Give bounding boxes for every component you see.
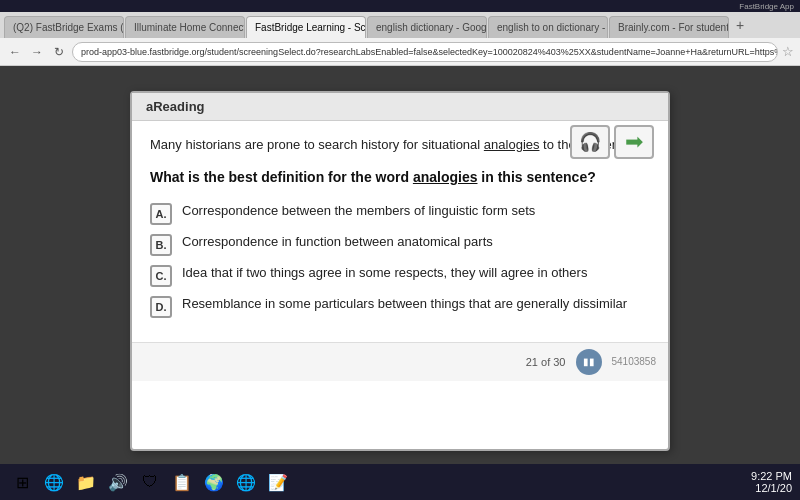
passage-word: analogies xyxy=(484,137,540,152)
time-display: 9:22 PM xyxy=(751,470,792,482)
taskbar-icon-chrome[interactable]: 🌍 xyxy=(200,468,228,496)
tab-2-label: Illuminate Home Connection xyxy=(134,22,245,33)
audio-icon: 🎧 xyxy=(579,131,601,153)
tab-3[interactable]: FastBridge Learning - Screening... ✕ xyxy=(246,16,366,38)
choice-label-c: C. xyxy=(150,265,172,287)
audio-button[interactable]: 🎧 xyxy=(570,125,610,159)
taskbar: ⊞ 🌐 📁 🔊 🛡 📋 🌍 🌐 📝 9:22 PM 12/1/20 xyxy=(0,464,800,500)
card-controls: 🎧 ➡ xyxy=(570,125,654,159)
back-button[interactable]: ← xyxy=(6,43,24,61)
choice-item-b[interactable]: B. Correspondence in function between an… xyxy=(150,233,650,256)
question-suffix: in this sentence? xyxy=(477,169,595,185)
tab-6-label: Brainly.com - For students. By s... xyxy=(618,22,729,33)
tab-bar: (Q2) FastBridge Exams (FOR Al... ✕ Illum… xyxy=(0,12,800,38)
tab-1-label: (Q2) FastBridge Exams (FOR Al... xyxy=(13,22,124,33)
choice-label-d: D. xyxy=(150,296,172,318)
tab-6[interactable]: Brainly.com - For students. By s... ✕ xyxy=(609,16,729,38)
card-footer: 21 of 30 ▮▮ 54103858 xyxy=(132,342,668,381)
tab-2[interactable]: Illuminate Home Connection ✕ xyxy=(125,16,245,38)
tab-4[interactable]: english dictionary - Google Sea... ✕ xyxy=(367,16,487,38)
choice-item-d[interactable]: D. Resemblance in some particulars betwe… xyxy=(150,295,650,318)
choice-text-b: Correspondence in function between anato… xyxy=(182,233,493,251)
choice-text-c: Idea that if two things agree in some re… xyxy=(182,264,587,282)
date-display: 12/1/20 xyxy=(751,482,792,494)
choices-list: A. Correspondence between the members of… xyxy=(150,202,650,318)
passage-prefix: Many historians are prone to search hist… xyxy=(150,137,484,152)
taskbar-icon-sound[interactable]: 🔊 xyxy=(104,468,132,496)
taskbar-icon-folder[interactable]: 📁 xyxy=(72,468,100,496)
bookmark-icon[interactable]: ☆ xyxy=(782,44,794,59)
url-text: prod-app03-blue.fastbridge.org/student/s… xyxy=(81,47,778,57)
refresh-button[interactable]: ↻ xyxy=(50,43,68,61)
tab-3-label: FastBridge Learning - Screening... xyxy=(255,22,366,33)
choice-item-a[interactable]: A. Correspondence between the members of… xyxy=(150,202,650,225)
taskbar-icon-edge[interactable]: 🌐 xyxy=(232,468,260,496)
choice-text-d: Resemblance in some particulars between … xyxy=(182,295,627,313)
top-bar: FastBridge App xyxy=(0,0,800,12)
content-area: aReading 🎧 ➡ Many historians are prone t… xyxy=(0,66,800,476)
question-text: What is the best definition for the word… xyxy=(150,167,650,188)
new-tab-button[interactable]: + xyxy=(730,17,750,33)
question-word: analogies xyxy=(413,169,478,185)
choice-label-b: B. xyxy=(150,234,172,256)
page-count: 21 of 30 xyxy=(526,356,566,368)
tab-1[interactable]: (Q2) FastBridge Exams (FOR Al... ✕ xyxy=(4,16,124,38)
taskbar-icon-shield[interactable]: 🛡 xyxy=(136,468,164,496)
top-bar-text: FastBridge App xyxy=(739,2,794,11)
tab-4-label: english dictionary - Google Sea... xyxy=(376,22,487,33)
question-card: aReading 🎧 ➡ Many historians are prone t… xyxy=(130,91,670,451)
tab-5-label: english to on dictionary - Googl... xyxy=(497,22,608,33)
next-icon: ➡ xyxy=(625,129,643,155)
url-bar[interactable]: prod-app03-blue.fastbridge.org/student/s… xyxy=(72,42,778,62)
tab-5[interactable]: english to on dictionary - Googl... ✕ xyxy=(488,16,608,38)
address-bar: ← → ↻ prod-app03-blue.fastbridge.org/stu… xyxy=(0,38,800,66)
question-prefix: What is the best definition for the word xyxy=(150,169,413,185)
session-id: 54103858 xyxy=(612,356,657,367)
choice-label-a: A. xyxy=(150,203,172,225)
forward-button[interactable]: → xyxy=(28,43,46,61)
taskbar-icon-ie[interactable]: 🌐 xyxy=(40,468,68,496)
pause-button[interactable]: ▮▮ xyxy=(576,349,602,375)
taskbar-time: 9:22 PM 12/1/20 xyxy=(751,470,792,494)
choice-item-c[interactable]: C. Idea that if two things agree in some… xyxy=(150,264,650,287)
card-header-label: aReading xyxy=(146,99,205,114)
card-header: aReading xyxy=(132,93,668,121)
pause-icon: ▮▮ xyxy=(583,356,595,367)
choice-text-a: Correspondence between the members of li… xyxy=(182,202,535,220)
taskbar-icon-notes[interactable]: 📝 xyxy=(264,468,292,496)
next-button[interactable]: ➡ xyxy=(614,125,654,159)
taskbar-icon-task[interactable]: 📋 xyxy=(168,468,196,496)
start-button[interactable]: ⊞ xyxy=(8,468,36,496)
